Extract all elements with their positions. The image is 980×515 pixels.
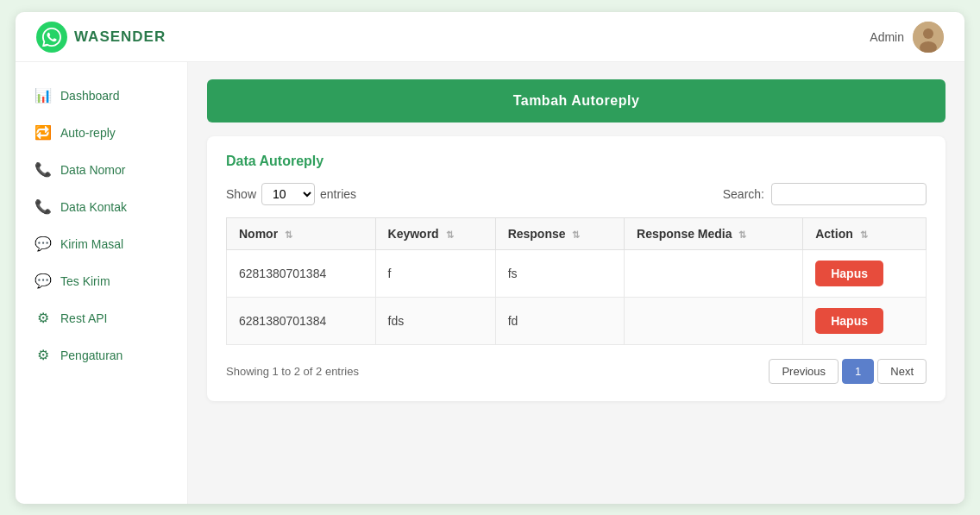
sidebar-item-data-nomor[interactable]: 📞 Data Nomor — [16, 152, 187, 187]
sidebar-item-auto-reply[interactable]: 🔁 Auto-reply — [16, 115, 187, 150]
data-kontak-icon: 📞 — [35, 198, 52, 215]
cell-response: fd — [495, 298, 624, 345]
pagination: Previous 1 Next — [769, 359, 927, 384]
cell-keyword: f — [375, 250, 495, 298]
kirim-masal-icon: 💬 — [35, 236, 52, 252]
pengaturan-icon: ⚙ — [35, 347, 52, 363]
logo-area: WASENDER — [36, 22, 166, 53]
col-response: Response ⇅ — [495, 218, 624, 250]
cell-keyword: fds — [375, 298, 495, 345]
sidebar-item-pengaturan[interactable]: ⚙ Pengaturan — [16, 337, 187, 373]
data-table: Nomor ⇅ Keyword ⇅ Response ⇅ — [226, 217, 927, 345]
sidebar-item-label-kirim-masal: Kirim Masal — [60, 237, 123, 251]
cell-response-media — [625, 298, 803, 345]
sidebar-item-label-rest-api: Rest API — [60, 311, 107, 325]
user-area: Admin — [870, 22, 944, 53]
sort-icon-response: ⇅ — [572, 229, 580, 240]
user-name-label: Admin — [870, 30, 904, 44]
sidebar-item-label-tes-kirim: Tes Kirim — [60, 274, 110, 288]
cell-response-media — [625, 250, 803, 298]
search-input[interactable] — [771, 183, 927, 205]
sidebar: 📊 Dashboard 🔁 Auto-reply 📞 Data Nomor 📞 … — [16, 62, 188, 504]
show-label: Show — [226, 187, 256, 201]
data-nomor-icon: 📞 — [35, 161, 52, 178]
col-action: Action ⇅ — [803, 218, 927, 250]
avatar — [913, 22, 944, 53]
sidebar-item-data-kontak[interactable]: 📞 Data Kontak — [16, 189, 187, 224]
auto-reply-icon: 🔁 — [35, 124, 52, 141]
sidebar-item-label-data-kontak: Data Kontak — [60, 200, 127, 214]
sidebar-item-label-auto-reply: Auto-reply — [60, 126, 116, 140]
sidebar-item-label-pengaturan: Pengaturan — [60, 349, 122, 362]
table-footer: Showing 1 to 2 of 2 entries Previous 1 N… — [226, 359, 927, 384]
show-entries-control: Show 10 25 50 100 entries — [226, 183, 356, 205]
entries-select[interactable]: 10 25 50 100 — [261, 183, 315, 205]
table-row: 6281380701384 f fs Hapus — [227, 250, 927, 298]
sort-icon-keyword: ⇅ — [446, 229, 454, 240]
sort-icon-response-media: ⇅ — [738, 229, 746, 240]
sidebar-item-label-data-nomor: Data Nomor — [60, 163, 125, 177]
cell-response: fs — [495, 250, 624, 298]
table-header-row: Nomor ⇅ Keyword ⇅ Response ⇅ — [227, 218, 927, 250]
search-area: Search: — [723, 183, 927, 205]
dashboard-icon: 📊 — [35, 87, 52, 104]
entries-label: entries — [320, 187, 356, 201]
cell-action: Hapus — [803, 298, 927, 345]
cell-nomor: 6281380701384 — [227, 298, 376, 345]
page-1-button[interactable]: 1 — [842, 359, 874, 384]
col-nomor: Nomor ⇅ — [227, 218, 376, 250]
whatsapp-logo-icon — [36, 22, 67, 53]
previous-button[interactable]: Previous — [769, 359, 839, 384]
svg-point-1 — [923, 28, 933, 39]
cell-nomor: 6281380701384 — [227, 250, 376, 298]
sidebar-item-rest-api[interactable]: ⚙ Rest API — [16, 300, 187, 336]
top-header: WASENDER Admin — [16, 12, 964, 62]
table-controls: Show 10 25 50 100 entries Search: — [226, 183, 927, 205]
col-response-media: Response Media ⇅ — [625, 218, 803, 250]
card-title: Data Autoreply — [226, 154, 927, 169]
next-button[interactable]: Next — [877, 359, 927, 384]
table-row: 6281380701384 fds fd Hapus — [227, 298, 927, 345]
col-keyword: Keyword ⇅ — [375, 218, 495, 250]
sidebar-item-tes-kirim[interactable]: 💬 Tes Kirim — [16, 263, 187, 298]
rest-api-icon: ⚙ — [35, 310, 52, 326]
data-autoreply-card: Data Autoreply Show 10 25 50 100 entries — [207, 136, 945, 401]
sort-icon-action: ⇅ — [860, 229, 868, 240]
showing-info: Showing 1 to 2 of 2 entries — [226, 365, 359, 378]
sidebar-item-label-dashboard: Dashboard — [60, 89, 120, 103]
tes-kirim-icon: 💬 — [35, 273, 52, 289]
search-label: Search: — [723, 187, 764, 201]
hapus-button[interactable]: Hapus — [815, 261, 883, 286]
cell-action: Hapus — [803, 250, 927, 298]
logo-text: WASENDER — [74, 28, 166, 46]
content-area: Tambah Autoreply Data Autoreply Show 10 … — [188, 62, 964, 504]
hapus-button[interactable]: Hapus — [815, 308, 883, 334]
sidebar-item-dashboard[interactable]: 📊 Dashboard — [16, 78, 187, 113]
add-autoreply-button[interactable]: Tambah Autoreply — [207, 79, 945, 122]
sidebar-item-kirim-masal[interactable]: 💬 Kirim Masal — [16, 226, 187, 261]
sort-icon-nomor: ⇅ — [285, 229, 292, 240]
main-layout: 📊 Dashboard 🔁 Auto-reply 📞 Data Nomor 📞 … — [16, 62, 964, 504]
